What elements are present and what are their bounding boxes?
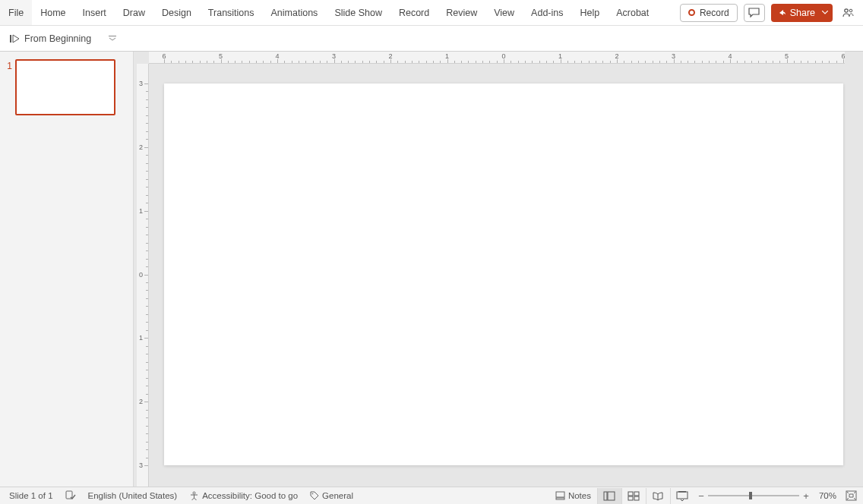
svg-rect-7 xyxy=(556,492,564,497)
reading-view-button[interactable] xyxy=(646,488,670,504)
ruler-h-label: 2 xyxy=(615,52,618,60)
from-beginning-label: From Beginning xyxy=(24,33,91,44)
accessibility-label: Accessibility: Good to go xyxy=(202,491,298,500)
fit-to-window-button[interactable] xyxy=(842,487,860,504)
record-dot-icon xyxy=(688,9,695,16)
zoom-percent[interactable]: 70% xyxy=(813,487,842,504)
zoom-out-button[interactable]: − xyxy=(694,490,708,502)
fit-window-icon xyxy=(846,490,857,501)
reading-view-icon xyxy=(652,491,664,501)
ruler-v-label: 3 xyxy=(139,461,143,469)
notes-icon xyxy=(555,491,565,500)
slide-sorter-view-button[interactable] xyxy=(621,488,646,504)
notes-label: Notes xyxy=(568,491,591,500)
share-button-label: Share xyxy=(790,8,815,18)
ruler-h-label: 1 xyxy=(558,52,562,60)
tab-record[interactable]: Record xyxy=(390,0,438,25)
record-button[interactable]: Record xyxy=(680,4,738,22)
tab-view[interactable]: View xyxy=(485,0,523,25)
ruler-h-label: 2 xyxy=(388,52,392,60)
tab-review[interactable]: Review xyxy=(438,0,485,25)
ruler-v-label: 1 xyxy=(139,334,143,342)
svg-point-0 xyxy=(845,8,848,11)
tab-slide-show[interactable]: Slide Show xyxy=(326,0,390,25)
accessibility-indicator[interactable]: Accessibility: Good to go xyxy=(183,487,304,504)
language-indicator[interactable]: English (United States) xyxy=(82,487,184,504)
ruler-h-label: 3 xyxy=(672,52,675,60)
ruler-h-label: 5 xyxy=(785,52,789,60)
tag-icon xyxy=(310,491,319,500)
ruler-h-label: 0 xyxy=(501,52,505,60)
tab-help[interactable]: Help xyxy=(571,0,608,25)
slide-sorter-icon xyxy=(627,491,640,501)
svg-point-5 xyxy=(193,492,195,494)
zoom-slider[interactable] xyxy=(708,488,799,504)
share-icon xyxy=(777,8,786,17)
spellcheck-indicator[interactable] xyxy=(59,487,82,504)
svg-point-6 xyxy=(312,493,314,495)
main-area: 1 6543210123456 3210123 xyxy=(0,52,863,487)
tab-design[interactable]: Design xyxy=(153,0,200,25)
svg-rect-8 xyxy=(556,498,564,499)
slide-canvas[interactable] xyxy=(164,83,843,465)
ribbon-tabs: File Home Insert Draw Design Transitions… xyxy=(0,0,863,26)
normal-view-icon xyxy=(603,491,615,501)
ruler-h-label: 6 xyxy=(841,52,845,60)
zoom-track xyxy=(708,495,799,496)
comment-icon xyxy=(748,8,760,18)
comments-button[interactable] xyxy=(744,4,765,22)
slideshow-view-button[interactable] xyxy=(670,488,694,504)
svg-rect-12 xyxy=(634,492,639,496)
tab-home[interactable]: Home xyxy=(32,0,74,25)
presence-button[interactable] xyxy=(839,7,857,19)
ruler-h-label: 1 xyxy=(445,52,449,60)
from-beginning-button[interactable]: From Beginning xyxy=(5,31,96,46)
vertical-ruler[interactable]: 3210123 xyxy=(137,64,149,487)
tab-animations[interactable]: Animations xyxy=(263,0,327,25)
ruler-h-label: 3 xyxy=(332,52,336,60)
person-icon xyxy=(842,7,854,19)
ruler-h-label: 6 xyxy=(162,52,166,60)
quick-toolbar-dropdown[interactable] xyxy=(106,31,119,46)
tab-insert[interactable]: Insert xyxy=(74,0,115,25)
ruler-v-label: 2 xyxy=(139,143,143,151)
ruler-h-label: 4 xyxy=(728,52,732,60)
slideshow-icon xyxy=(676,491,688,501)
svg-point-1 xyxy=(849,9,852,12)
slide-canvas-area: 6543210123456 3210123 xyxy=(134,52,863,487)
tab-file[interactable]: File xyxy=(0,0,32,25)
zoom-thumb[interactable] xyxy=(749,492,752,499)
slide-thumbnail[interactable] xyxy=(15,59,115,115)
chevron-down-icon xyxy=(822,11,828,14)
svg-rect-9 xyxy=(604,492,607,500)
tab-add-ins[interactable]: Add-ins xyxy=(523,0,571,25)
tab-transitions[interactable]: Transitions xyxy=(200,0,263,25)
slide-thumbnail-panel[interactable]: 1 xyxy=(0,52,134,487)
ruler-h-label: 4 xyxy=(275,52,279,60)
horizontal-ruler[interactable]: 6543210123456 xyxy=(149,52,845,64)
svg-rect-13 xyxy=(628,496,633,500)
zoom-in-button[interactable]: + xyxy=(799,490,813,502)
notes-toggle[interactable]: Notes xyxy=(549,487,597,504)
chevron-down-icon xyxy=(109,36,116,42)
ruler-v-label: 0 xyxy=(139,271,143,279)
svg-rect-14 xyxy=(634,496,639,500)
ruler-v-label: 3 xyxy=(139,80,143,87)
play-from-start-icon xyxy=(9,33,20,44)
svg-rect-3 xyxy=(109,36,116,36)
tab-acrobat[interactable]: Acrobat xyxy=(608,0,657,25)
share-button[interactable]: Share xyxy=(771,4,833,22)
svg-rect-11 xyxy=(628,492,633,496)
accessibility-icon xyxy=(189,491,199,501)
ruler-v-label: 2 xyxy=(139,398,143,405)
normal-view-button[interactable] xyxy=(597,488,621,504)
tab-draw[interactable]: Draw xyxy=(115,0,153,25)
svg-rect-2 xyxy=(10,35,11,43)
ruler-h-label: 5 xyxy=(219,52,223,60)
spellcheck-icon xyxy=(65,490,76,501)
thumbnail-item[interactable]: 1 xyxy=(0,59,133,115)
thumbnail-number: 1 xyxy=(2,59,12,71)
record-button-label: Record xyxy=(700,8,729,18)
sensitivity-indicator[interactable]: General xyxy=(304,487,359,504)
svg-rect-17 xyxy=(678,491,686,493)
